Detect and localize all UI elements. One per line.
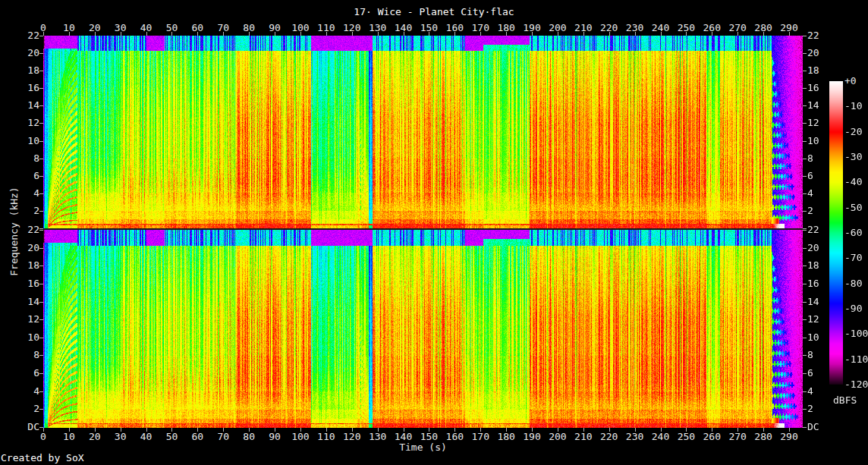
y-tick-mark-right <box>803 53 807 54</box>
y-tick-mark-left <box>39 248 43 249</box>
y-tick-label-left: 18 <box>8 65 39 75</box>
x-tick-mark-top <box>249 32 250 36</box>
y-tick-mark-left <box>39 409 43 410</box>
colorbar-tick-label: -20 <box>844 127 868 137</box>
colorbar-tick-label: -110 <box>844 354 868 364</box>
x-tick-mark-bottom <box>532 428 533 432</box>
x-tick-mark-top <box>326 32 327 36</box>
x-tick-mark-top <box>223 32 224 36</box>
x-tick-mark-top <box>146 32 147 36</box>
y-tick-label-right: 10 <box>807 332 839 342</box>
colorbar-tick-label: -80 <box>844 278 868 288</box>
x-tick-mark-top <box>121 32 121 36</box>
y-tick-mark-left <box>39 211 43 212</box>
y-tick-mark-left <box>39 373 43 374</box>
y-tick-mark-right <box>803 159 807 159</box>
y-tick-mark-left <box>39 141 43 142</box>
x-tick-mark-top <box>506 32 507 36</box>
colorbar-tick-label: -100 <box>844 328 868 338</box>
colorbar-tick-label: -60 <box>844 228 868 237</box>
y-tick-label-right: 20 <box>807 48 839 58</box>
x-tick-mark-top <box>95 32 96 36</box>
x-tick-mark-bottom <box>404 428 404 432</box>
colorbar-tick-label: -10 <box>844 101 868 111</box>
y-tick-mark-right <box>803 284 807 284</box>
y-tick-label-left: 10 <box>8 136 39 146</box>
x-tick-mark-top <box>583 32 584 36</box>
x-tick-mark-bottom <box>737 428 738 432</box>
x-tick-mark-top <box>609 32 610 36</box>
x-tick-mark-bottom <box>326 428 327 432</box>
y-tick-label-right: 8 <box>807 350 839 360</box>
x-tick-mark-bottom <box>146 428 147 432</box>
y-tick-label-right: 14 <box>807 100 839 110</box>
y-tick-mark-left <box>39 319 43 320</box>
colorbar-tick-label: -50 <box>844 203 868 212</box>
y-tick-label-right: 4 <box>807 188 839 198</box>
y-tick-label-left: 2 <box>8 206 39 215</box>
y-tick-mark-left <box>39 36 43 36</box>
x-tick-mark-top <box>275 32 275 36</box>
x-tick-mark-bottom <box>300 428 301 432</box>
y-tick-label-left: 22 <box>8 30 39 40</box>
y-tick-label-left: 12 <box>8 118 39 127</box>
y-tick-mark-left <box>39 88 43 89</box>
y-tick-label-right: 6 <box>807 368 839 378</box>
y-tick-label-left: 14 <box>8 297 39 306</box>
y-tick-label-right: 12 <box>807 314 839 324</box>
x-tick-mark-top <box>69 32 70 36</box>
y-tick-mark-left <box>39 71 43 71</box>
y-tick-mark-right <box>803 141 807 142</box>
y-tick-label-left: 6 <box>8 171 39 181</box>
x-tick-mark-bottom <box>763 428 764 432</box>
y-tick-label-left: 6 <box>8 368 39 378</box>
y-tick-label-right: 10 <box>807 136 839 146</box>
x-tick-mark-bottom <box>223 428 224 432</box>
sox-spectrogram-window: 17· Wice - Planet City·flac Frequency (k… <box>0 0 868 465</box>
y-tick-label-left: 22 <box>8 225 39 234</box>
x-tick-mark-top <box>686 32 687 36</box>
x-tick-mark-top <box>635 32 636 36</box>
y-tick-mark-left <box>39 123 43 124</box>
y-tick-label-right: 14 <box>807 297 839 306</box>
y-tick-label-left: 12 <box>8 314 39 324</box>
y-tick-mark-left <box>39 302 43 303</box>
y-tick-mark-right <box>803 36 807 36</box>
y-tick-mark-left <box>39 338 43 338</box>
y-tick-mark-right <box>803 391 807 392</box>
x-tick-mark-bottom <box>506 428 507 432</box>
y-tick-label-left: 10 <box>8 332 39 342</box>
y-tick-mark-left <box>39 159 43 159</box>
page-title: 17· Wice - Planet City·flac <box>0 6 868 17</box>
x-tick-mark-top <box>197 32 198 36</box>
x-tick-mark-bottom <box>712 428 712 432</box>
y-tick-mark-right <box>803 373 807 374</box>
x-tick-mark-bottom <box>583 428 584 432</box>
x-tick-mark-bottom <box>378 428 379 432</box>
x-tick-mark-bottom <box>249 428 250 432</box>
x-tick-label-bottom: 290 <box>774 432 804 441</box>
x-tick-mark-bottom <box>429 428 429 432</box>
y-tick-label-left: 14 <box>8 100 39 110</box>
x-tick-mark-bottom <box>43 428 44 432</box>
y-tick-label-right: 18 <box>807 65 839 75</box>
y-tick-mark-right <box>803 105 807 106</box>
y-tick-label-right: 16 <box>807 83 839 93</box>
x-tick-mark-bottom <box>95 428 96 432</box>
time-axis-title: Time (s) <box>43 441 803 453</box>
y-tick-mark-right <box>803 88 807 89</box>
x-tick-mark-bottom <box>480 428 481 432</box>
x-tick-mark-top <box>404 32 404 36</box>
x-tick-mark-bottom <box>352 428 353 432</box>
x-tick-mark-top <box>43 32 44 36</box>
x-tick-mark-top <box>558 32 558 36</box>
y-tick-mark-right <box>803 355 807 356</box>
colorbar-tick-label: +0 <box>844 76 868 86</box>
x-tick-mark-top <box>661 32 662 36</box>
y-tick-mark-left <box>39 176 43 177</box>
x-tick-mark-top <box>480 32 481 36</box>
y-tick-label-left: 2 <box>8 404 39 413</box>
y-tick-mark-right <box>803 71 807 71</box>
x-tick-mark-top <box>712 32 712 36</box>
y-tick-mark-left <box>39 355 43 356</box>
